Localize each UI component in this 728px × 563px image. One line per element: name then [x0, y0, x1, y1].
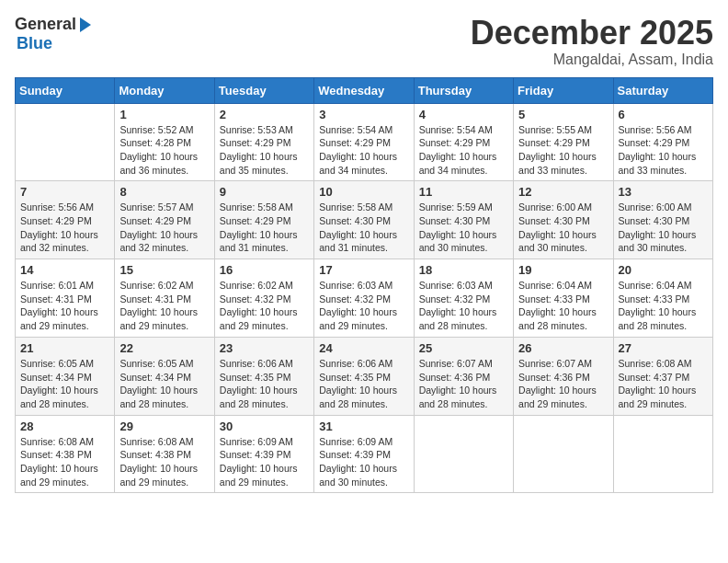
- day-info: Sunrise: 5:54 AM Sunset: 4:29 PM Dayligh…: [319, 123, 408, 178]
- day-info: Sunrise: 6:08 AM Sunset: 4:37 PM Dayligh…: [619, 357, 708, 411]
- day-number: 7: [20, 185, 109, 199]
- calendar-cell: 3Sunrise: 5:54 AM Sunset: 4:29 PM Daylig…: [314, 103, 414, 181]
- day-number: 4: [419, 108, 508, 121]
- calendar-cell: 21Sunrise: 6:05 AM Sunset: 4:34 PM Dayli…: [16, 337, 115, 415]
- day-number: 18: [419, 263, 508, 277]
- location-text: Mangaldai, Assam, India: [471, 52, 713, 68]
- day-number: 29: [119, 419, 209, 433]
- day-info: Sunrise: 5:55 AM Sunset: 4:29 PM Dayligh…: [518, 123, 608, 178]
- weekday-header-row: SundayMondayTuesdayWednesdayThursdayFrid…: [16, 77, 713, 103]
- day-info: Sunrise: 5:53 AM Sunset: 4:29 PM Dayligh…: [220, 123, 309, 178]
- calendar-week-row: 1Sunrise: 5:52 AM Sunset: 4:28 PM Daylig…: [16, 103, 713, 181]
- calendar-cell: 18Sunrise: 6:03 AM Sunset: 4:32 PM Dayli…: [414, 259, 513, 338]
- day-number: 10: [319, 185, 408, 199]
- weekday-header-saturday: Saturday: [613, 77, 712, 103]
- calendar-cell: 29Sunrise: 6:08 AM Sunset: 4:38 PM Dayli…: [115, 415, 214, 493]
- day-number: 21: [20, 341, 109, 355]
- calendar-cell: 8Sunrise: 5:57 AM Sunset: 4:29 PM Daylig…: [115, 181, 214, 259]
- weekday-header-tuesday: Tuesday: [214, 77, 313, 103]
- day-info: Sunrise: 5:58 AM Sunset: 4:30 PM Dayligh…: [319, 201, 408, 255]
- day-info: Sunrise: 6:07 AM Sunset: 4:36 PM Dayligh…: [518, 357, 608, 411]
- day-number: 17: [319, 263, 408, 277]
- title-block: December 2025 Mangaldai, Assam, India: [471, 15, 713, 68]
- day-info: Sunrise: 6:08 AM Sunset: 4:38 PM Dayligh…: [119, 435, 209, 489]
- calendar-cell: 27Sunrise: 6:08 AM Sunset: 4:37 PM Dayli…: [613, 337, 712, 415]
- day-number: 30: [220, 419, 309, 433]
- weekday-header-friday: Friday: [514, 77, 613, 103]
- day-number: 25: [419, 341, 508, 355]
- day-info: Sunrise: 6:09 AM Sunset: 4:39 PM Dayligh…: [220, 435, 309, 489]
- day-number: 2: [220, 108, 309, 121]
- day-info: Sunrise: 5:59 AM Sunset: 4:30 PM Dayligh…: [419, 201, 508, 255]
- calendar-cell: 28Sunrise: 6:08 AM Sunset: 4:38 PM Dayli…: [16, 415, 115, 493]
- calendar-cell: [16, 103, 115, 181]
- calendar-cell: 11Sunrise: 5:59 AM Sunset: 4:30 PM Dayli…: [414, 181, 513, 259]
- day-info: Sunrise: 6:07 AM Sunset: 4:36 PM Dayligh…: [419, 357, 508, 411]
- day-number: 22: [119, 341, 209, 355]
- day-info: Sunrise: 6:09 AM Sunset: 4:39 PM Dayligh…: [319, 435, 408, 489]
- day-number: 15: [119, 263, 209, 277]
- day-number: 28: [20, 419, 109, 433]
- calendar-cell: 19Sunrise: 6:04 AM Sunset: 4:33 PM Dayli…: [514, 259, 613, 338]
- calendar-cell: 17Sunrise: 6:03 AM Sunset: 4:32 PM Dayli…: [314, 259, 414, 338]
- day-info: Sunrise: 5:54 AM Sunset: 4:29 PM Dayligh…: [419, 123, 508, 178]
- logo: General Blue: [15, 15, 91, 53]
- day-info: Sunrise: 6:06 AM Sunset: 4:35 PM Dayligh…: [220, 357, 309, 411]
- weekday-header-sunday: Sunday: [16, 77, 115, 103]
- weekday-header-wednesday: Wednesday: [314, 77, 414, 103]
- logo-blue-text: Blue: [17, 34, 52, 53]
- calendar-cell: 23Sunrise: 6:06 AM Sunset: 4:35 PM Dayli…: [214, 337, 313, 415]
- day-number: 23: [220, 341, 309, 355]
- calendar-cell: 10Sunrise: 5:58 AM Sunset: 4:30 PM Dayli…: [314, 181, 414, 259]
- day-info: Sunrise: 6:04 AM Sunset: 4:33 PM Dayligh…: [619, 279, 708, 333]
- day-number: 19: [518, 263, 608, 277]
- calendar-cell: [613, 415, 712, 493]
- calendar-cell: 15Sunrise: 6:02 AM Sunset: 4:31 PM Dayli…: [115, 259, 214, 338]
- calendar-cell: 14Sunrise: 6:01 AM Sunset: 4:31 PM Dayli…: [16, 259, 115, 338]
- calendar-cell: [514, 415, 613, 493]
- logo-arrow-icon: [80, 17, 91, 32]
- calendar-cell: 22Sunrise: 6:05 AM Sunset: 4:34 PM Dayli…: [115, 337, 214, 415]
- day-number: 16: [220, 263, 309, 277]
- day-info: Sunrise: 6:01 AM Sunset: 4:31 PM Dayligh…: [20, 279, 109, 333]
- day-number: 20: [619, 263, 708, 277]
- day-number: 14: [20, 263, 109, 277]
- day-info: Sunrise: 6:05 AM Sunset: 4:34 PM Dayligh…: [119, 357, 209, 411]
- day-number: 1: [119, 108, 209, 121]
- calendar-week-row: 21Sunrise: 6:05 AM Sunset: 4:34 PM Dayli…: [16, 337, 713, 415]
- day-info: Sunrise: 6:02 AM Sunset: 4:32 PM Dayligh…: [220, 279, 309, 333]
- day-number: 12: [518, 185, 608, 199]
- day-number: 27: [619, 341, 708, 355]
- day-info: Sunrise: 5:52 AM Sunset: 4:28 PM Dayligh…: [119, 123, 209, 178]
- day-number: 6: [619, 108, 708, 121]
- calendar-cell: 12Sunrise: 6:00 AM Sunset: 4:30 PM Dayli…: [514, 181, 613, 259]
- page-header: General Blue December 2025 Mangaldai, As…: [15, 15, 713, 68]
- calendar-week-row: 7Sunrise: 5:56 AM Sunset: 4:29 PM Daylig…: [16, 181, 713, 259]
- day-info: Sunrise: 6:06 AM Sunset: 4:35 PM Dayligh…: [319, 357, 408, 411]
- day-number: 3: [319, 108, 408, 121]
- calendar-cell: 4Sunrise: 5:54 AM Sunset: 4:29 PM Daylig…: [414, 103, 513, 181]
- day-info: Sunrise: 6:05 AM Sunset: 4:34 PM Dayligh…: [20, 357, 109, 411]
- calendar-cell: 24Sunrise: 6:06 AM Sunset: 4:35 PM Dayli…: [314, 337, 414, 415]
- calendar-week-row: 28Sunrise: 6:08 AM Sunset: 4:38 PM Dayli…: [16, 415, 713, 493]
- month-title: December 2025: [471, 15, 713, 52]
- day-info: Sunrise: 5:56 AM Sunset: 4:29 PM Dayligh…: [619, 123, 708, 178]
- day-number: 9: [220, 185, 309, 199]
- day-info: Sunrise: 6:00 AM Sunset: 4:30 PM Dayligh…: [619, 201, 708, 255]
- day-number: 26: [518, 341, 608, 355]
- logo-general-text: General: [15, 15, 76, 34]
- day-info: Sunrise: 5:57 AM Sunset: 4:29 PM Dayligh…: [119, 201, 209, 255]
- calendar-cell: 31Sunrise: 6:09 AM Sunset: 4:39 PM Dayli…: [314, 415, 414, 493]
- weekday-header-monday: Monday: [115, 77, 214, 103]
- weekday-header-thursday: Thursday: [414, 77, 513, 103]
- day-number: 8: [119, 185, 209, 199]
- calendar-cell: 30Sunrise: 6:09 AM Sunset: 4:39 PM Dayli…: [214, 415, 313, 493]
- calendar-cell: [414, 415, 513, 493]
- day-info: Sunrise: 6:00 AM Sunset: 4:30 PM Dayligh…: [518, 201, 608, 255]
- calendar-table: SundayMondayTuesdayWednesdayThursdayFrid…: [15, 77, 713, 494]
- calendar-cell: 16Sunrise: 6:02 AM Sunset: 4:32 PM Dayli…: [214, 259, 313, 338]
- calendar-week-row: 14Sunrise: 6:01 AM Sunset: 4:31 PM Dayli…: [16, 259, 713, 338]
- calendar-cell: 2Sunrise: 5:53 AM Sunset: 4:29 PM Daylig…: [214, 103, 313, 181]
- calendar-cell: 13Sunrise: 6:00 AM Sunset: 4:30 PM Dayli…: [613, 181, 712, 259]
- day-number: 5: [518, 108, 608, 121]
